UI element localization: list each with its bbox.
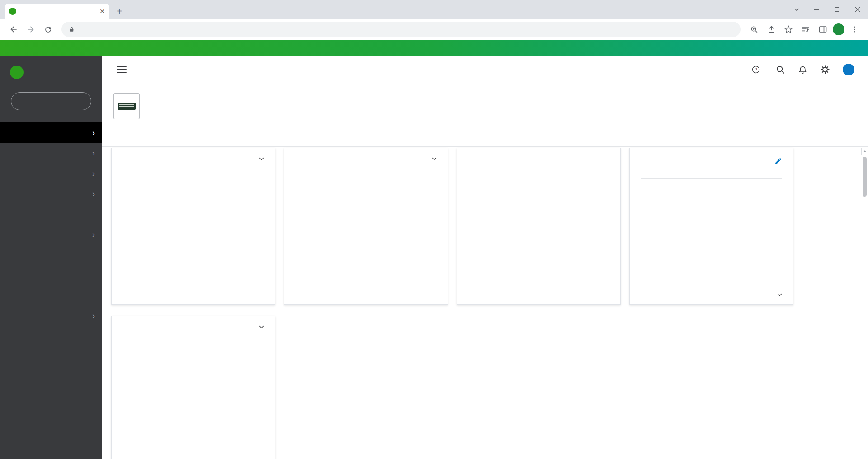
edit-pencil-icon[interactable] <box>774 157 782 165</box>
legend-item[interactable] <box>295 169 360 180</box>
legend-item[interactable] <box>295 187 360 198</box>
side-panel-icon[interactable] <box>816 22 830 37</box>
tabs-divider <box>102 146 868 147</box>
profit-loss-period-dropdown[interactable] <box>256 157 264 160</box>
chevron-right-icon: › <box>92 312 95 320</box>
legend-line-swatch <box>255 337 261 339</box>
bookmark-star-icon[interactable] <box>781 22 796 37</box>
sidebar-item-sales[interactable]: › <box>0 163 102 183</box>
chevron-down-icon <box>259 157 264 160</box>
expenses-card <box>284 148 448 305</box>
sidebar-item-banking[interactable]: › <box>0 143 102 163</box>
legend-dot <box>295 206 299 210</box>
padlock-icon <box>69 26 75 33</box>
svg-text:?: ? <box>755 67 757 72</box>
new-tab-button[interactable]: + <box>113 5 126 18</box>
sidebar: › › › › › › <box>0 56 102 459</box>
promo-banner <box>0 40 868 56</box>
divider <box>641 178 782 179</box>
chevron-down-icon <box>777 293 782 296</box>
not-deposited-bar <box>468 210 538 218</box>
settings-gear-icon[interactable] <box>820 65 830 75</box>
content-scrollbar[interactable] <box>861 148 868 459</box>
legend-sublabel <box>303 211 360 216</box>
window-minimize-button[interactable] <box>806 0 826 19</box>
zoom-icon[interactable] <box>747 22 761 37</box>
window-maximize-button[interactable] <box>826 0 847 19</box>
legend-sublabel <box>303 193 360 198</box>
legend-dot <box>295 224 299 228</box>
quickbooks-logo <box>10 66 102 79</box>
profit-loss-card <box>111 148 275 305</box>
browser-toolbar <box>0 19 868 40</box>
income-row <box>123 173 264 185</box>
share-icon[interactable] <box>764 22 778 37</box>
help-button[interactable]: ? <box>751 65 763 74</box>
page-tabs <box>120 132 137 137</box>
sidebar-item-dashboard[interactable]: › <box>0 122 102 143</box>
legend-sublabel <box>303 229 360 234</box>
legend-sublabel <box>303 175 360 180</box>
donut-hole <box>377 187 420 230</box>
chevron-right-icon: › <box>92 129 95 137</box>
sales-legend <box>255 337 264 339</box>
browser-tabstrip: ✕ + <box>0 0 868 19</box>
hamburger-menu-icon[interactable] <box>117 66 127 73</box>
new-button[interactable] <box>11 92 91 110</box>
forward-button[interactable] <box>24 22 38 37</box>
sidebar-item-expenses[interactable]: › <box>0 224 102 244</box>
chevron-right-icon: › <box>92 190 95 198</box>
tab-search-chevron-icon[interactable] <box>788 8 806 11</box>
legend-item[interactable] <box>295 224 360 234</box>
company-logo-image <box>118 103 136 110</box>
browser-profile-avatar[interactable] <box>833 23 844 35</box>
go-to-registers-dropdown[interactable] <box>774 293 782 296</box>
sales-card <box>111 316 275 459</box>
app-topbar: ? <box>102 56 868 83</box>
scroll-up-arrow[interactable] <box>861 148 868 155</box>
legend-dot <box>295 187 299 192</box>
address-bar[interactable] <box>61 22 741 37</box>
notifications-bell-icon[interactable] <box>798 65 807 75</box>
chevron-down-icon <box>259 325 264 328</box>
quickbooks-favicon-icon <box>9 8 16 15</box>
sidebar-item-reports[interactable] <box>0 265 102 285</box>
expenses-legend <box>295 169 360 247</box>
media-controls-icon[interactable] <box>798 22 813 37</box>
qb-logo-icon <box>10 66 24 79</box>
user-avatar[interactable] <box>843 64 854 75</box>
legend-item[interactable] <box>295 206 360 216</box>
chevron-down-icon <box>432 157 437 160</box>
paid-bars[interactable] <box>468 210 609 218</box>
sidebar-item-vat[interactable] <box>0 285 102 305</box>
refresh-button[interactable] <box>41 22 55 37</box>
invoices-card <box>457 148 621 305</box>
search-icon[interactable] <box>776 65 785 75</box>
help-icon: ? <box>751 65 760 74</box>
chevron-right-icon: › <box>92 149 95 157</box>
bank-accounts-card <box>629 148 793 305</box>
sidebar-item-apps[interactable] <box>0 326 102 346</box>
browser-tab[interactable]: ✕ <box>5 4 109 19</box>
company-logo <box>113 93 140 119</box>
sidebar-item-cash-flow[interactable] <box>0 204 102 224</box>
sales-line-chart[interactable] <box>123 346 264 430</box>
sidebar-item-customers-leads[interactable]: › <box>0 183 102 204</box>
back-button[interactable] <box>6 22 21 37</box>
sidebar-item-employees[interactable] <box>0 244 102 265</box>
sidebar-nav: › › › › › › <box>0 122 102 346</box>
legend-dot <box>295 169 299 173</box>
expenses-donut-chart[interactable] <box>360 170 437 247</box>
chevron-right-icon: › <box>92 230 95 239</box>
browser-menu-kebab-icon[interactable] <box>847 22 862 37</box>
sidebar-item-accounting[interactable]: › <box>0 305 102 326</box>
tab-close-icon[interactable]: ✕ <box>99 8 105 14</box>
overdue-bar[interactable] <box>468 178 609 186</box>
chevron-right-icon: › <box>92 169 95 178</box>
expenses-period-dropdown[interactable] <box>429 157 437 160</box>
expenses-row <box>123 196 264 208</box>
sales-period-dropdown[interactable] <box>256 325 264 328</box>
window-close-button[interactable] <box>847 0 868 19</box>
deposited-bar <box>540 210 610 218</box>
scrollbar-thumb[interactable] <box>863 157 867 197</box>
